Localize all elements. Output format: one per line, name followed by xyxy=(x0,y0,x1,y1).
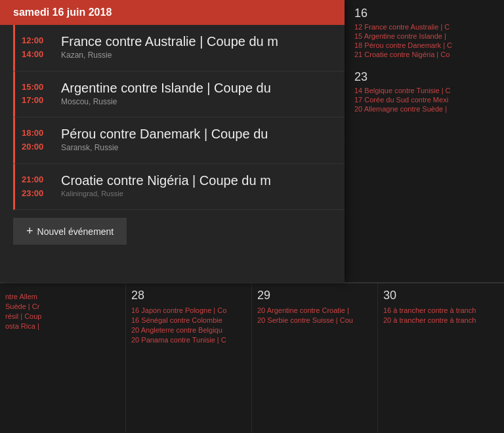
right-cal-day-num-0: 16 xyxy=(354,7,494,20)
bottom-week-row: ntre Allem Suède | Cr résil | Coup osta … xyxy=(0,283,504,433)
bottom-day-num-30: 30 xyxy=(383,289,499,302)
right-cal-week-1: 23 14 Belgique contre Tunisie | C 17 Cor… xyxy=(354,70,494,113)
event-details-1: Argentine contre Islande | Coupe du Mosc… xyxy=(58,81,345,108)
right-cal-event-1-2[interactable]: 20 Allemagne contre Suède | xyxy=(354,105,494,113)
bottom-overflow-ev-3[interactable]: osta Rica | xyxy=(5,322,120,330)
bottom-col-29: 29 20 Argentine contre Croatie | 20 Serb… xyxy=(252,283,378,433)
event-title-1: Argentine contre Islande | Coupe du xyxy=(61,81,345,96)
bottom-ev-28-2[interactable]: 20 Angleterre contre Belgiqu xyxy=(131,326,246,334)
right-cal-day-num-1: 23 xyxy=(354,70,494,84)
bottom-overflow-ev-0[interactable]: ntre Allem xyxy=(5,293,120,300)
event-start-2: 18:00 xyxy=(22,127,58,140)
bottom-col-overflow: ntre Allem Suède | Cr résil | Coup osta … xyxy=(0,283,126,433)
event-end-3: 23:00 xyxy=(22,187,58,201)
event-list: 12:00 14:00 France contre Australie | Co… xyxy=(0,25,345,210)
bottom-overflow-ev-1[interactable]: Suède | Cr xyxy=(5,302,120,310)
event-time-0: 12:00 14:00 xyxy=(22,34,58,62)
bottom-ev-28-1[interactable]: 16 Sénégal contre Colombie xyxy=(131,316,246,324)
top-section: samedi 16 juin 2018 12:00 14:00 France c… xyxy=(0,0,504,282)
bottom-ev-28-0[interactable]: 16 Japon contre Pologne | Co xyxy=(131,306,246,314)
bottom-ev-28-3[interactable]: 20 Panama contre Tunisie | C xyxy=(131,336,246,344)
right-cal-event-1-0[interactable]: 14 Belgique contre Tunisie | C xyxy=(354,87,494,94)
event-title-0: France contre Australie | Coupe du m xyxy=(61,34,345,49)
right-cal-event-0-1[interactable]: 15 Argentine contre Islande | xyxy=(354,32,494,40)
event-title-3: Croatie contre Nigéria | Coupe du m xyxy=(61,173,345,188)
event-time-3: 21:00 23:00 xyxy=(22,173,58,201)
new-event-button[interactable]: + Nouvel événement xyxy=(13,218,127,245)
right-cal-event-0-3[interactable]: 21 Croatie contre Nigéria | Co xyxy=(354,51,494,58)
right-cal-event-1-1[interactable]: 17 Corée du Sud contre Mexi xyxy=(354,96,494,104)
event-details-0: France contre Australie | Coupe du m Kaz… xyxy=(58,34,345,62)
new-event-label: Nouvel événement xyxy=(37,226,114,237)
event-item-3[interactable]: 21:00 23:00 Croatie contre Nigéria | Cou… xyxy=(13,164,345,211)
event-title-2: Pérou contre Danemark | Coupe du xyxy=(61,127,345,142)
event-location-2: Saransk, Russie xyxy=(61,143,345,152)
bottom-day-num-28: 28 xyxy=(131,289,246,302)
bottom-col-28: 28 16 Japon contre Pologne | Co 16 Sénég… xyxy=(126,283,252,433)
plus-icon: + xyxy=(26,224,33,238)
calendar-container: samedi 16 juin 2018 12:00 14:00 France c… xyxy=(0,0,504,433)
right-cal-event-0-0[interactable]: 12 France contre Australie | C xyxy=(354,23,494,31)
event-end-0: 14:00 xyxy=(22,48,58,62)
event-item-1[interactable]: 15:00 17:00 Argentine contre Islande | C… xyxy=(13,72,345,118)
event-time-2: 18:00 20:00 xyxy=(22,127,58,154)
event-start-3: 21:00 xyxy=(22,173,58,187)
event-item-0[interactable]: 12:00 14:00 France contre Australie | Co… xyxy=(13,25,345,72)
event-start-0: 12:00 xyxy=(22,34,58,48)
bottom-overflow-ev-2[interactable]: résil | Coup xyxy=(5,312,120,320)
right-cal-week-0: 16 12 France contre Australie | C 15 Arg… xyxy=(354,7,494,58)
event-panel-header: samedi 16 juin 2018 xyxy=(0,0,345,25)
bottom-day-num-29: 29 xyxy=(257,289,372,302)
event-location-3: Kaliningrad, Russie xyxy=(61,190,345,197)
event-details-2: Pérou contre Danemark | Coupe du Saransk… xyxy=(58,127,345,154)
event-details-3: Croatie contre Nigéria | Coupe du m Kali… xyxy=(58,173,345,201)
bottom-col-30: 30 16 à trancher contre à tranch 20 à tr… xyxy=(378,283,504,433)
right-cal-event-0-2[interactable]: 18 Pérou contre Danemark | C xyxy=(354,41,494,49)
event-start-1: 15:00 xyxy=(22,81,58,94)
event-location-0: Kazan, Russie xyxy=(61,51,345,60)
date-label: samedi 16 juin 2018 xyxy=(13,7,112,18)
event-end-1: 17:00 xyxy=(22,94,58,108)
bottom-ev-30-0[interactable]: 16 à trancher contre à tranch xyxy=(383,306,499,314)
event-panel: samedi 16 juin 2018 12:00 14:00 France c… xyxy=(0,0,345,282)
bottom-ev-29-0[interactable]: 20 Argentine contre Croatie | xyxy=(257,306,372,314)
event-end-2: 20:00 xyxy=(22,140,58,154)
event-time-1: 15:00 17:00 xyxy=(22,81,58,108)
bottom-ev-30-1[interactable]: 20 à trancher contre à tranch xyxy=(383,316,499,324)
chevron-right-icon[interactable]: › xyxy=(345,131,345,145)
bottom-ev-29-1[interactable]: 20 Serbie contre Suisse | Cou xyxy=(257,316,372,324)
right-calendar: › 16 12 France contre Australie | C 15 A… xyxy=(345,0,504,282)
event-item-2[interactable]: 18:00 20:00 Pérou contre Danemark | Coup… xyxy=(13,117,345,164)
event-location-1: Moscou, Russie xyxy=(61,97,345,106)
